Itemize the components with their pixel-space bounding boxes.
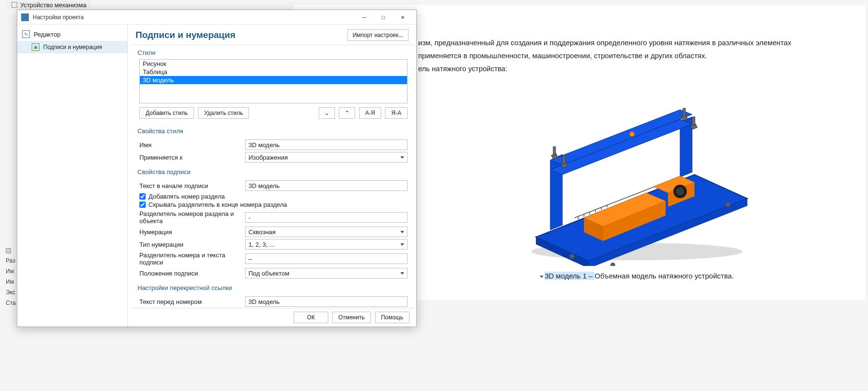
settings-scroll[interactable]: Стили Рисунок Таблица 3D модель Добавить…	[132, 45, 415, 308]
move-down-button[interactable]: ⌄	[319, 107, 335, 119]
sort-az-button[interactable]: А-Я	[359, 107, 382, 119]
svg-marker-7	[550, 119, 692, 175]
dialog-title: Настройки проекта	[33, 14, 355, 21]
sep-chap-obj-input[interactable]: -	[245, 212, 408, 223]
editor-icon	[22, 30, 30, 38]
name-label: Имя	[139, 141, 245, 149]
doc-paragraph: применяется в промышленности, машиностро…	[418, 50, 856, 61]
numbering-label: Нумерация	[139, 228, 245, 236]
caption-prefix: 3D модель 1 –	[545, 272, 595, 280]
style-row-selected[interactable]: 3D модель	[140, 76, 407, 84]
chevron-down-icon	[400, 272, 404, 275]
position-label: Положение подписи	[139, 270, 245, 277]
styles-list[interactable]: Рисунок Таблица 3D модель	[139, 59, 408, 103]
sort-za-button[interactable]: Я-А	[385, 107, 408, 119]
applies-label: Применяется к	[139, 154, 245, 161]
chevron-down-icon	[400, 243, 404, 246]
svg-rect-11	[683, 108, 685, 117]
doc-tab[interactable]: Устройство механизма	[7, 0, 91, 10]
dialog-nav: Редактор ▣ Подписи и нумерация	[17, 25, 128, 327]
svg-point-29	[676, 188, 684, 195]
before-num-input[interactable]: 3D модель	[245, 296, 408, 307]
position-select[interactable]: Под объектом	[245, 268, 408, 278]
section-styles-head: Стили	[132, 45, 415, 59]
style-row[interactable]: Таблица	[140, 68, 407, 76]
svg-rect-13	[563, 155, 565, 164]
num-type-select[interactable]: 1, 2, 3, ...	[245, 239, 408, 250]
panel-icon[interactable]	[6, 248, 11, 253]
import-settings-button[interactable]: Импорт настроек...	[347, 29, 409, 41]
document-icon	[12, 2, 17, 8]
svg-point-33	[610, 263, 615, 266]
model-image[interactable]	[517, 93, 757, 266]
chevron-down-icon: ⌄	[324, 110, 329, 116]
sidebar-label: Экс	[6, 289, 14, 296]
section-styleprops-head: Свойства стиля	[132, 124, 415, 138]
doc-paragraph: ель натяжного устройства:	[418, 63, 856, 74]
section-captionprops-head: Свойства подписи	[132, 164, 415, 178]
page-title: Подписи и нумерация	[136, 30, 236, 40]
nav-child-label: Подписи и нумерация	[43, 44, 102, 50]
style-row[interactable]: Рисунок	[140, 60, 407, 68]
chevron-down-icon	[400, 156, 404, 159]
delete-style-button[interactable]: Удалить стиль	[198, 107, 249, 119]
nav-root-label: Редактор	[34, 31, 61, 38]
sidebar-label: Им	[6, 278, 14, 285]
app-icon	[21, 13, 29, 21]
num-type-label: Тип нумерации	[139, 241, 245, 248]
section-xref-head: Настройки перекрестной ссылки	[132, 280, 415, 294]
project-settings-dialog: Настройки проекта — ☐ ✕ Редактор ▣ Подпи…	[17, 10, 417, 327]
move-up-button[interactable]: ⌃	[339, 107, 355, 119]
applies-select[interactable]: Изображения	[245, 152, 408, 163]
add-style-button[interactable]: Добавить стиль	[139, 107, 194, 119]
cancel-button[interactable]: Отменить	[332, 312, 371, 323]
sep-num-text-input[interactable]: –	[245, 253, 408, 264]
svg-point-30	[630, 132, 634, 137]
chevron-up-icon: ⌃	[345, 110, 349, 116]
caption-text: Объемная модель натяжного устройства.	[595, 272, 733, 280]
caption-dropdown-icon[interactable]	[540, 276, 544, 278]
captions-icon: ▣	[32, 43, 39, 51]
minimize-button[interactable]: —	[355, 11, 374, 24]
sep-chap-obj-label: Разделитель номеров раздела и объекта	[139, 210, 245, 225]
svg-point-31	[570, 254, 574, 259]
svg-point-32	[726, 202, 731, 207]
hide-sep-checkbox[interactable]	[139, 202, 146, 208]
numbering-select[interactable]: Сквозная	[245, 227, 408, 237]
left-side-panel: Раз Им Им Экс Ста	[6, 248, 14, 306]
sep-num-text-label: Разделитель номера и текста подписи	[139, 252, 245, 266]
figure-caption[interactable]: 3D модель 1 – Объемная модель натяжного …	[418, 271, 856, 281]
doc-paragraph: изм, предназначенный для создания и подд…	[418, 38, 856, 48]
close-button[interactable]: ✕	[393, 11, 412, 24]
nav-root-editor[interactable]: Редактор	[17, 27, 127, 41]
prefix-input[interactable]: 3D модель	[245, 180, 408, 191]
add-chapter-checkbox[interactable]	[139, 193, 146, 200]
hide-sep-label: Скрывать разделитель в конце номера разд…	[149, 201, 287, 208]
doc-tab-title: Устройство механизма	[20, 1, 87, 9]
titlebar[interactable]: Настройки проекта — ☐ ✕	[17, 10, 416, 25]
sidebar-label: Им	[6, 268, 14, 275]
chevron-down-icon	[400, 231, 404, 233]
svg-rect-9	[553, 147, 556, 155]
nav-child-captions[interactable]: ▣ Подписи и нумерация	[17, 41, 127, 53]
svg-rect-15	[693, 117, 695, 126]
ok-button[interactable]: ОК	[294, 312, 328, 323]
name-input[interactable]: 3D модель	[245, 139, 408, 150]
sidebar-label: Ста	[6, 300, 14, 306]
svg-marker-6	[550, 110, 692, 165]
before-num-label: Текст перед номером	[139, 298, 245, 305]
prefix-label: Текст в начале подписи	[139, 182, 245, 189]
add-chapter-label: Добавлять номер раздела	[149, 193, 225, 200]
maximize-button[interactable]: ☐	[374, 11, 393, 24]
dialog-footer: ОК Отменить Помощь	[128, 308, 416, 327]
help-button[interactable]: Помощь	[375, 312, 409, 323]
sidebar-label: Раз	[6, 257, 14, 264]
